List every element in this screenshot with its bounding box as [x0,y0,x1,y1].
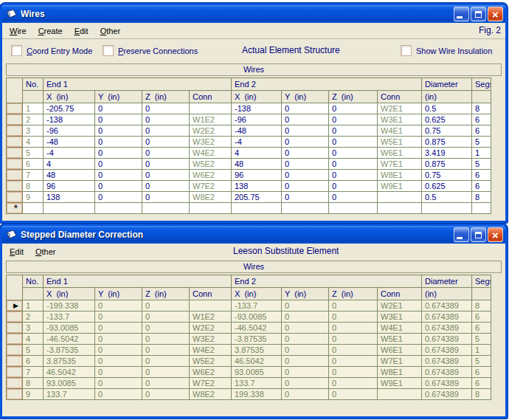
cell-end2-z[interactable]: 0 [329,345,378,356]
cell-end1-y[interactable]: 0 [95,137,142,148]
row-selector[interactable] [7,311,23,323]
cell-end1-z[interactable]: 0 [142,345,190,356]
menu-edit[interactable]: Edit [75,27,89,35]
cell-no[interactable]: 5 [23,345,44,356]
cell-end1-z[interactable] [142,203,190,214]
cell-end2-z[interactable]: 0 [329,170,378,181]
cell-diameter[interactable]: 0.674389 [422,356,472,367]
cell-end2-z[interactable]: 0 [329,103,378,114]
cell-diameter[interactable]: 0.5 [422,192,472,203]
maximize-button[interactable] [471,7,486,21]
cell-end2-y[interactable]: 0 [282,389,329,400]
cell-end1-z[interactable]: 0 [142,181,190,192]
cell-segs[interactable]: 6 [472,181,491,192]
row-selector[interactable] [7,334,23,345]
cell-end2-x[interactable]: -46.5042 [232,323,282,334]
cell-end2-conn[interactable]: W8E1 [378,367,422,378]
cell-end1-z[interactable]: 0 [142,389,190,400]
cell-diameter[interactable]: 0.875 [422,159,472,170]
cell-end1-z[interactable]: 0 [142,148,190,159]
cell-end1-z[interactable]: 0 [142,114,190,125]
cell-end1-x[interactable]: -3.87535 [44,345,95,356]
cell-end1-y[interactable]: 0 [95,148,142,159]
cell-end2-x[interactable]: -48 [232,125,282,137]
cell-end2-y[interactable]: 0 [282,356,329,367]
cell-end2-y[interactable]: 0 [282,159,329,170]
row-selector[interactable] [7,378,23,389]
row-selector[interactable]: * [7,203,23,214]
cell-end2-conn[interactable]: W6E1 [378,148,422,159]
cell-end2-conn[interactable]: W3E1 [378,114,422,125]
cell-segs[interactable]: 6 [472,378,491,389]
cell-end2-y[interactable]: 0 [282,367,329,378]
cell-end2-conn[interactable]: W2E1 [378,103,422,114]
row-selector[interactable] [7,323,23,334]
cell-end1-y[interactable]: 0 [95,103,142,114]
cell-end1-x[interactable]: 46.5042 [44,367,95,378]
maximize-button[interactable] [471,227,486,242]
cell-diameter[interactable]: 0.674389 [422,378,472,389]
cell-end2-z[interactable]: 0 [329,356,378,367]
cell-end1-y[interactable]: 0 [95,367,142,378]
cell-diameter[interactable]: 0.674389 [422,345,472,356]
cell-end2-z[interactable]: 0 [329,181,378,192]
close-button[interactable]: × [488,7,503,21]
cell-end1-x[interactable]: 96 [44,181,95,192]
cell-segs[interactable]: 5 [472,356,491,367]
cell-end2-y[interactable]: 0 [282,311,329,323]
cell-end2-conn[interactable]: W9E1 [378,378,422,389]
cell-end2-conn[interactable]: W6E1 [378,345,422,356]
cell-end2-conn[interactable]: W5E1 [378,137,422,148]
cell-end1-z[interactable]: 0 [142,159,190,170]
cell-end1-z[interactable]: 0 [142,300,190,311]
row-selector[interactable] [7,356,23,367]
row-selector[interactable] [7,170,23,181]
cell-end2-z[interactable]: 0 [329,389,378,400]
cell-no[interactable]: 3 [23,125,44,137]
cell-end2-conn[interactable] [378,192,422,203]
cell-end2-conn[interactable]: W5E1 [378,334,422,345]
cell-end1-y[interactable]: 0 [95,345,142,356]
row-selector[interactable] [7,345,23,356]
cell-segs[interactable]: 6 [472,367,491,378]
cell-end2-z[interactable]: 0 [329,378,378,389]
menu-edit[interactable]: Edit [10,247,24,256]
cell-end1-conn[interactable]: W7E2 [190,378,232,389]
cell-end2-x[interactable]: 205.75 [232,192,282,203]
cell-diameter[interactable]: 0.75 [422,170,472,181]
cell-end2-z[interactable]: 0 [329,148,378,159]
cell-end2-x[interactable]: -96 [232,114,282,125]
cell-end1-y[interactable]: 0 [95,181,142,192]
cell-no[interactable]: 1 [23,300,44,311]
cell-no[interactable]: 7 [23,367,44,378]
cell-end2-y[interactable]: 0 [282,125,329,137]
cell-no[interactable]: 5 [23,148,44,159]
row-selector[interactable] [7,103,23,114]
cell-end1-z[interactable]: 0 [142,378,190,389]
cell-end2-conn[interactable]: W7E1 [378,159,422,170]
cell-segs[interactable]: 5 [472,334,491,345]
cell-end2-conn[interactable]: W9E1 [378,181,422,192]
cell-end2-z[interactable]: 0 [329,334,378,345]
cell-end1-x[interactable]: -138 [44,114,95,125]
cell-segs[interactable]: 1 [472,345,491,356]
cell-end1-conn[interactable]: W8E2 [190,389,232,400]
cell-segs[interactable]: 6 [472,170,491,181]
cell-end1-x[interactable]: 4 [44,159,95,170]
cell-end2-x[interactable]: 138 [232,181,282,192]
cell-end1-x[interactable]: 133.7 [44,389,95,400]
cell-end2-y[interactable]: 0 [282,103,329,114]
cell-end2-y[interactable]: 0 [282,300,329,311]
cell-segs[interactable]: 8 [472,103,491,114]
cell-end1-x[interactable]: -205.75 [44,103,95,114]
cell-diameter[interactable]: 0.625 [422,181,472,192]
cell-segs[interactable]: 8 [472,300,491,311]
cell-end2-y[interactable]: 0 [282,323,329,334]
cell-end2-z[interactable]: 0 [329,367,378,378]
cell-end1-z[interactable]: 0 [142,192,190,203]
minimize-button[interactable] [454,7,469,21]
cell-end1-conn[interactable]: W7E2 [190,181,232,192]
cell-end2-y[interactable]: 0 [282,378,329,389]
cell-end1-x[interactable]: -199.338 [44,300,95,311]
cell-segs[interactable]: 5 [472,159,491,170]
